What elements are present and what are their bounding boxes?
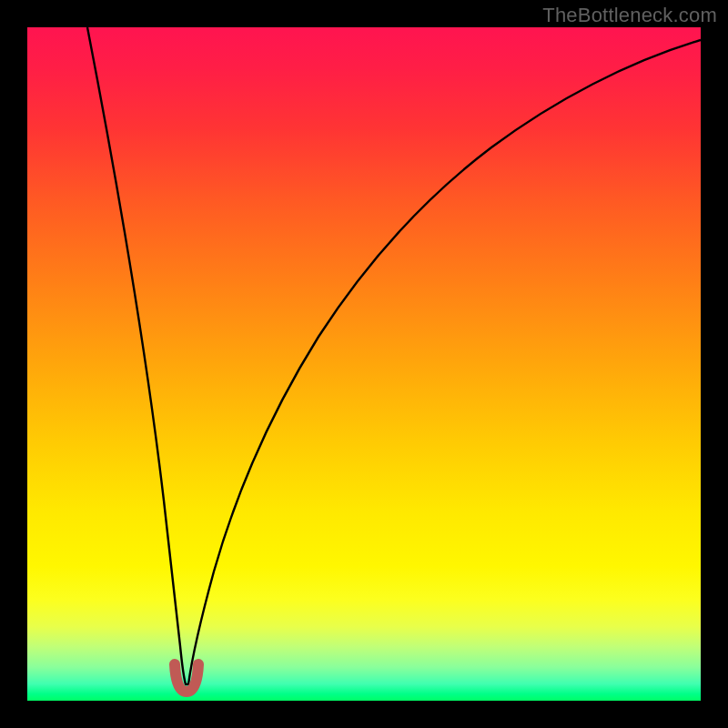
- curve-layer: [27, 27, 701, 701]
- minimum-marker: [175, 664, 198, 692]
- bottleneck-curve: [87, 27, 701, 684]
- plot-area: [27, 27, 701, 701]
- chart-frame: TheBottleneck.com: [0, 0, 728, 728]
- watermark-text: TheBottleneck.com: [542, 4, 717, 27]
